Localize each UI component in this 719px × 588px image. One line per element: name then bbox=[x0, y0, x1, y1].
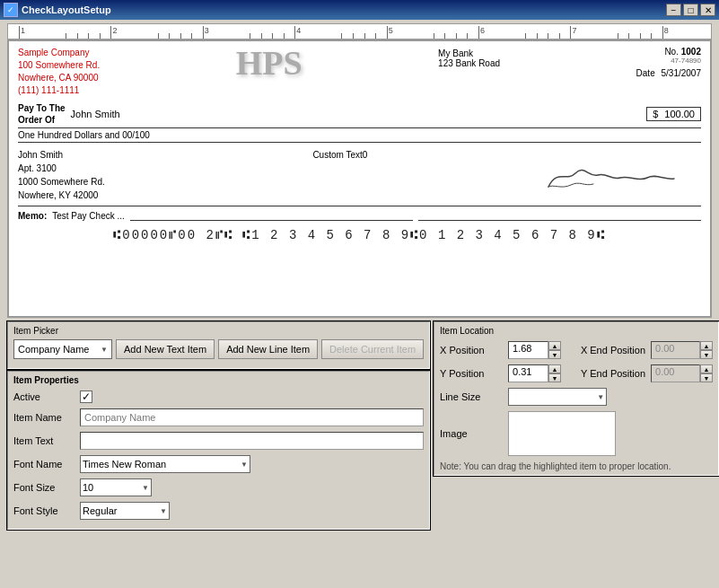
delete-item-button[interactable]: Delete Current Item bbox=[321, 339, 424, 359]
custom-text: Custom Text0 bbox=[312, 150, 367, 160]
maximize-button[interactable]: □ bbox=[683, 4, 698, 16]
x-pos-arrows: ▲ ▼ bbox=[548, 341, 561, 359]
signature-svg bbox=[539, 155, 683, 196]
x-pos-value[interactable]: 1.68 bbox=[508, 341, 548, 359]
item-name-row: Item Name bbox=[13, 408, 424, 426]
active-checkbox[interactable]: ✓ bbox=[80, 391, 92, 403]
right-panel: Item Location X Position 1.68 ▲ ▼ X End … bbox=[434, 321, 719, 588]
add-line-item-button[interactable]: Add New Line Item bbox=[218, 339, 318, 359]
title-bar: ✓ CheckLayoutSetup − □ ✕ bbox=[0, 0, 719, 20]
font-style-label: Font Style bbox=[13, 505, 76, 516]
item-properties-panel: Item Properties Active ✓ Item Name Item … bbox=[7, 371, 430, 530]
date-label: Date bbox=[636, 68, 655, 78]
line-size-select[interactable]: ▼ bbox=[508, 388, 607, 406]
x-position-row: X Position 1.68 ▲ ▼ X End Position 0.00 bbox=[440, 341, 713, 359]
item-text-input[interactable] bbox=[80, 432, 424, 450]
font-name-label: Font Name bbox=[13, 459, 76, 470]
amount-box: $ 100.00 bbox=[646, 107, 701, 121]
payee-address: John Smith Apt. 3100 1000 Somewhere Rd. … bbox=[18, 148, 105, 202]
item-name-input[interactable] bbox=[80, 408, 424, 426]
check-preview-area: Sample Company 100 Somewhere Rd. Nowhere… bbox=[7, 39, 712, 318]
check-middle: John Smith Apt. 3100 1000 Somewhere Rd. … bbox=[18, 148, 701, 202]
y-pos-up-button[interactable]: ▲ bbox=[548, 364, 561, 373]
item-text-label: Item Text bbox=[13, 435, 76, 446]
y-pos-spinner: 0.31 ▲ ▼ bbox=[508, 364, 561, 382]
check-number-area: No. 1002 47-74890 Date 5/31/2007 bbox=[636, 47, 701, 78]
bank-info: My Bank 123 Bank Road bbox=[438, 48, 500, 68]
font-style-select[interactable]: Regular ▼ bbox=[80, 502, 170, 520]
item-properties-title: Item Properties bbox=[13, 375, 424, 385]
check-no-label: No. bbox=[664, 47, 679, 57]
item-picker-panel: Item Picker Company Name ▼ Add New Text … bbox=[7, 321, 430, 369]
memo-signature-line bbox=[418, 210, 701, 221]
window-title: CheckLayoutSetup bbox=[22, 4, 662, 15]
item-location-panel: Item Location X Position 1.68 ▲ ▼ X End … bbox=[434, 321, 719, 476]
y-end-up-button[interactable]: ▲ bbox=[700, 364, 713, 373]
amount-value: 100.00 bbox=[664, 109, 695, 119]
x-pos-label: X Position bbox=[440, 345, 503, 355]
memo-row: Memo: Test Pay Check ... bbox=[18, 206, 701, 221]
dropdown-arrow-icon: ▼ bbox=[101, 346, 108, 354]
image-box[interactable] bbox=[508, 411, 616, 456]
memo-value: Test Pay Check ... bbox=[52, 211, 125, 221]
company-line4: (111) 111-1111 bbox=[18, 84, 100, 97]
y-end-down-button[interactable]: ▼ bbox=[700, 373, 713, 382]
font-name-arrow-icon: ▼ bbox=[241, 461, 248, 469]
active-label: Active bbox=[13, 391, 76, 402]
y-pos-value[interactable]: 0.31 bbox=[508, 364, 548, 382]
x-end-up-button[interactable]: ▲ bbox=[700, 341, 713, 350]
memo-label: Memo: bbox=[18, 211, 47, 221]
hps-logo: HPS bbox=[236, 43, 303, 83]
font-size-label: Font Size bbox=[13, 482, 76, 493]
font-name-select[interactable]: Times New Roman ▼ bbox=[80, 455, 250, 473]
item-picker-title: Item Picker bbox=[13, 326, 424, 336]
x-end-value[interactable]: 0.00 bbox=[651, 341, 700, 359]
item-text-row: Item Text bbox=[13, 432, 424, 450]
ruler-tick-8: 8 bbox=[662, 26, 709, 39]
close-button[interactable]: ✕ bbox=[700, 4, 715, 16]
company-line2: 100 Somewhere Rd. bbox=[18, 59, 100, 72]
item-picker-select[interactable]: Company Name ▼ bbox=[13, 339, 112, 359]
pay-to-row: Pay To The Order Of John Smith $ 100.00 bbox=[18, 102, 701, 128]
minimize-button[interactable]: − bbox=[666, 4, 681, 16]
line-size-arrow-icon: ▼ bbox=[597, 393, 604, 401]
picker-row: Company Name ▼ Add New Text Item Add New… bbox=[13, 339, 424, 359]
memo-line bbox=[130, 210, 413, 221]
bank-name: My Bank bbox=[438, 48, 500, 58]
window-controls: − □ ✕ bbox=[666, 4, 715, 16]
y-pos-down-button[interactable]: ▼ bbox=[548, 373, 561, 382]
check-no: 1002 bbox=[681, 47, 701, 57]
y-end-value[interactable]: 0.00 bbox=[651, 364, 700, 382]
x-pos-up-button[interactable]: ▲ bbox=[548, 341, 561, 350]
date-row: Date 5/31/2007 bbox=[636, 68, 701, 78]
y-end-label: Y End Position bbox=[574, 368, 645, 379]
x-end-down-button[interactable]: ▼ bbox=[700, 350, 713, 359]
x-pos-down-button[interactable]: ▼ bbox=[548, 350, 561, 359]
font-style-value: Regular bbox=[83, 505, 118, 516]
pay-to-label: Pay To The Order Of bbox=[18, 102, 66, 126]
payee-addr-line4: Nowhere, KY 42000 bbox=[18, 189, 105, 202]
font-style-row: Font Style Regular ▼ bbox=[13, 502, 424, 520]
y-pos-arrows: ▲ ▼ bbox=[548, 364, 561, 382]
font-size-row: Font Size 10 ▼ bbox=[13, 478, 424, 496]
written-amount: One Hundred Dollars and 00/100 bbox=[18, 130, 701, 143]
font-name-value: Times New Roman bbox=[83, 459, 166, 470]
y-end-spinner: 0.00 ▲ ▼ bbox=[651, 364, 713, 382]
bank-address: 123 Bank Road bbox=[438, 58, 500, 68]
y-position-row: Y Position 0.31 ▲ ▼ Y End Position 0.00 bbox=[440, 364, 713, 382]
y-end-arrows: ▲ ▼ bbox=[700, 364, 713, 382]
signature-area bbox=[539, 148, 701, 202]
note-text: Note: You can drag the highlighted item … bbox=[440, 461, 713, 471]
font-size-arrow-icon: ▼ bbox=[142, 484, 149, 492]
app-icon: ✓ bbox=[4, 3, 18, 17]
font-size-select[interactable]: 10 ▼ bbox=[80, 478, 152, 496]
line-size-label: Line Size bbox=[440, 391, 503, 402]
item-location-title: Item Location bbox=[440, 326, 713, 336]
line-size-row: Line Size ▼ bbox=[440, 388, 713, 406]
company-line1: Sample Company bbox=[18, 47, 100, 59]
x-end-arrows: ▲ ▼ bbox=[700, 341, 713, 359]
font-name-row: Font Name Times New Roman ▼ bbox=[13, 455, 424, 473]
add-text-item-button[interactable]: Add New Text Item bbox=[116, 339, 215, 359]
payee-addr-line1: John Smith bbox=[18, 148, 105, 162]
payee-addr-line3: 1000 Somewhere Rd. bbox=[18, 175, 105, 189]
